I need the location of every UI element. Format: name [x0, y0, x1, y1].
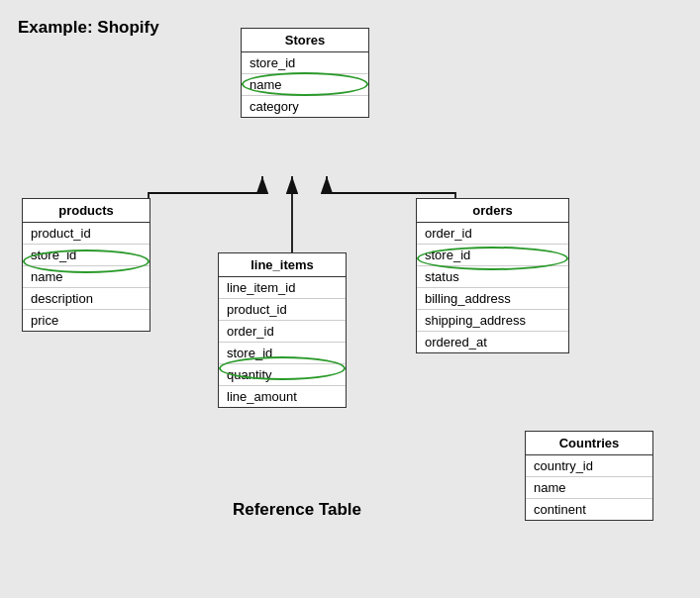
- line-items-row-line_item_id: line_item_id: [219, 277, 346, 299]
- products-row-description: description: [23, 288, 150, 310]
- line-items-row-product_id: product_id: [219, 299, 346, 321]
- orders-row-ordered_at: ordered_at: [417, 332, 568, 352]
- reference-label: Reference Table: [198, 500, 396, 520]
- stores-table: Stores store_id name category: [241, 28, 369, 118]
- products-header: products: [23, 199, 150, 223]
- line-items-table: line_items line_item_id product_id order…: [218, 252, 347, 408]
- stores-row-name: name: [242, 74, 368, 96]
- orders-table: orders order_id store_id status billing_…: [416, 198, 569, 353]
- orders-row-shipping_address: shipping_address: [417, 310, 568, 332]
- countries-row-country_id: country_id: [526, 455, 652, 477]
- stores-row-store_id: store_id: [242, 52, 368, 74]
- diagram-container: Example: Shopify Stores store_id name ca…: [0, 0, 700, 598]
- products-row-price: price: [23, 310, 150, 331]
- orders-row-status: status: [417, 266, 568, 288]
- products-table: products product_id store_id name descri…: [22, 198, 150, 332]
- orders-header: orders: [417, 199, 568, 223]
- line-items-row-order_id: order_id: [219, 321, 346, 343]
- countries-header: Countries: [526, 432, 652, 455]
- orders-row-store_id: store_id: [417, 245, 568, 266]
- products-row-store_id: store_id: [23, 245, 150, 266]
- stores-row-category: category: [242, 96, 368, 117]
- orders-row-billing_address: billing_address: [417, 288, 568, 310]
- products-row-name: name: [23, 266, 150, 288]
- countries-row-name: name: [526, 477, 652, 499]
- line-items-row-store_id: store_id: [219, 343, 346, 364]
- line-items-row-quantity: quantity: [219, 364, 346, 386]
- countries-table: Countries country_id name continent: [525, 431, 653, 521]
- line-items-row-line_amount: line_amount: [219, 386, 346, 407]
- example-label: Example: Shopify: [18, 18, 159, 38]
- orders-row-order_id: order_id: [417, 223, 568, 245]
- stores-header: Stores: [242, 29, 368, 52]
- line-items-header: line_items: [219, 253, 346, 277]
- countries-row-continent: continent: [526, 499, 652, 520]
- products-row-product_id: product_id: [23, 223, 150, 245]
